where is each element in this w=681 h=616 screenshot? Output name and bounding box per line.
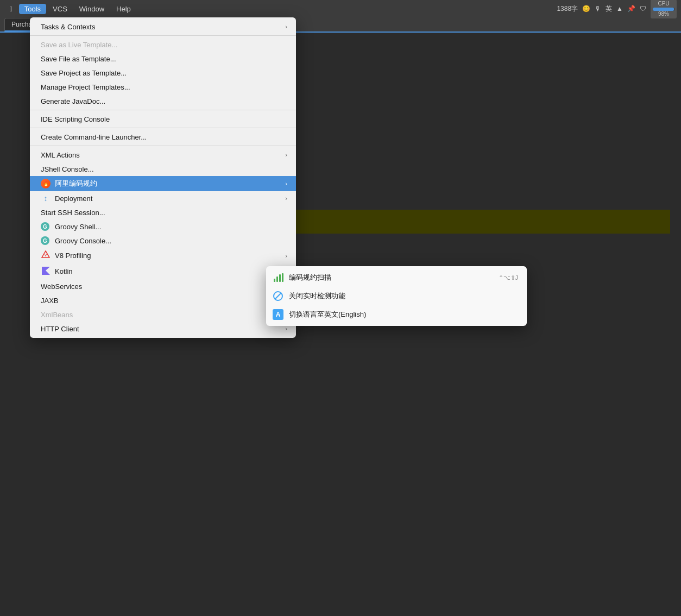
menu-item-groovy-shell[interactable]: G Groovy Shell... — [30, 219, 296, 234]
menu-item-kotlin-label: Kotlin — [55, 267, 285, 275]
menu-item-xml-actions-label: XML Actions — [41, 151, 285, 159]
pin-icon: 📌 — [627, 5, 635, 12]
menu-item-deployment-arrow: › — [285, 195, 287, 202]
svg-line-8 — [275, 293, 281, 299]
lang-icon: 英 — [606, 4, 612, 14]
menu-item-v8-arrow: › — [285, 253, 287, 259]
menu-separator-4 — [30, 146, 296, 146]
shield-icon: 🛡 — [640, 5, 646, 12]
menu-item-jshell[interactable]: JShell Console... — [30, 162, 296, 176]
submenu-code-scan-label: 编码规约扫描 — [289, 273, 488, 282]
menu-item-http-client[interactable]: HTTP Client › — [30, 322, 296, 336]
menu-item-deployment[interactable]: ↕ Deployment › — [30, 191, 296, 205]
menu-item-jshell-label: JShell Console... — [41, 165, 287, 173]
menu-item-jaxb[interactable]: JAXB › — [30, 293, 296, 307]
svg-rect-5 — [279, 274, 281, 282]
microphone-icon: 🎙 — [595, 5, 601, 12]
groovy-console-icon: G — [41, 236, 51, 245]
menu-item-create-cmdline-label: Create Command-line Launcher... — [41, 133, 287, 141]
menu-item-xmlbeans: XmlBeans › — [30, 307, 296, 322]
menu-item-ide-scripting-label: IDE Scripting Console — [41, 115, 287, 123]
svg-marker-2 — [42, 267, 50, 275]
menu-item-deployment-label: Deployment — [55, 194, 285, 203]
ali-coding-icon: 🔥 — [41, 179, 51, 188]
menu-item-save-file-template[interactable]: Save File as Template... — [30, 52, 296, 66]
menu-separator-2 — [30, 110, 296, 110]
menu-item-save-project-template[interactable]: Save Project as Template... — [30, 66, 296, 80]
svg-rect-4 — [276, 276, 278, 282]
menu-item-groovy-console[interactable]: G Groovy Console... — [30, 234, 296, 248]
menu-item-groovy-console-label: Groovy Console... — [55, 237, 287, 245]
close-realtime-icon — [273, 291, 283, 301]
menubar-window[interactable]: Window — [74, 4, 110, 14]
menu-item-tasks-contexts[interactable]: Tasks & Contexts › — [30, 20, 296, 34]
menu-separator-3 — [30, 128, 296, 128]
menu-item-save-live-template-label: Save as Live Template... — [41, 41, 287, 49]
menu-item-xmlbeans-label: XmlBeans — [41, 311, 285, 319]
menubar-right: 1388字 😊 🎙 英 ▲ 📌 🛡 CPU 98% — [557, 0, 677, 18]
code-scan-icon — [273, 272, 283, 283]
menu-item-start-ssh-label: Start SSH Session... — [41, 209, 287, 217]
char-count: 1388字 — [557, 4, 578, 14]
menu-item-jaxb-label: JAXB — [41, 297, 285, 305]
menubar:  Tools VCS Window Help 1388字 😊 🎙 英 ▲ 📌 … — [0, 0, 681, 17]
menubar-tools[interactable]: Tools — [19, 4, 46, 14]
v8-icon: V — [41, 250, 51, 261]
menu-separator-1 — [30, 35, 296, 36]
submenu-close-realtime-label: 关闭实时检测功能 — [289, 291, 518, 301]
menu-item-http-client-label: HTTP Client — [41, 325, 285, 333]
menu-item-v8-label: V8 Profiling — [55, 252, 285, 260]
menu-item-http-client-arrow: › — [285, 325, 287, 332]
menu-item-save-file-template-label: Save File as Template... — [41, 55, 287, 63]
menubar-apple[interactable]:  — [4, 4, 18, 14]
menubar-vcs[interactable]: VCS — [47, 4, 73, 14]
ali-coding-submenu: 编码规约扫描 ⌃⌥⇧J 关闭实时检测功能 A 切换语言至英文(English) — [266, 266, 527, 326]
menu-item-ali-coding[interactable]: 🔥 阿里编码规约 › — [30, 176, 296, 191]
menu-item-manage-project-templates-label: Manage Project Templates... — [41, 83, 287, 91]
menu-item-xml-actions-arrow: › — [285, 152, 287, 158]
menu-item-ali-coding-label: 阿里编码规约 — [55, 179, 285, 188]
menu-item-start-ssh[interactable]: Start SSH Session... — [30, 205, 296, 219]
menu-item-kotlin[interactable]: Kotlin › — [30, 263, 296, 279]
menu-item-generate-javadoc[interactable]: Generate JavaDoc... — [30, 94, 296, 108]
cpu-widget: CPU 98% — [651, 0, 677, 18]
deployment-icon: ↕ — [41, 194, 51, 203]
menu-item-ide-scripting[interactable]: IDE Scripting Console — [30, 112, 296, 126]
groovy-shell-icon: G — [41, 222, 51, 231]
cpu-percent: 98% — [658, 11, 669, 17]
notification-icon: ▲ — [616, 5, 623, 12]
svg-rect-3 — [274, 279, 275, 282]
menu-item-webservices[interactable]: WebServices › — [30, 279, 296, 293]
svg-rect-6 — [282, 273, 283, 282]
kotlin-icon — [41, 266, 51, 276]
menu-item-tasks-contexts-label: Tasks & Contexts — [41, 23, 285, 31]
menu-item-create-cmdline[interactable]: Create Command-line Launcher... — [30, 130, 296, 144]
menu-item-tasks-contexts-arrow: › — [285, 23, 287, 30]
submenu-item-close-realtime[interactable]: 关闭实时检测功能 — [266, 287, 527, 305]
menu-item-webservices-label: WebServices — [41, 282, 285, 291]
menu-item-v8-profiling[interactable]: V V8 Profiling › — [30, 248, 296, 263]
submenu-item-switch-language[interactable]: A 切换语言至英文(English) — [266, 305, 527, 324]
submenu-item-code-scan[interactable]: 编码规约扫描 ⌃⌥⇧J — [266, 268, 527, 287]
menu-item-save-live-template: Save as Live Template... — [30, 37, 296, 52]
menu-item-save-project-template-label: Save Project as Template... — [41, 69, 287, 77]
submenu-switch-language-label: 切换语言至英文(English) — [289, 310, 518, 319]
menu-item-groovy-shell-label: Groovy Shell... — [55, 223, 287, 231]
tools-dropdown-menu: Tasks & Contexts › Save as Live Template… — [30, 17, 296, 338]
emoji-face: 😊 — [582, 5, 590, 12]
menu-item-ali-coding-arrow: › — [285, 180, 287, 187]
menubar-left:  Tools VCS Window Help — [4, 4, 136, 14]
menu-item-generate-javadoc-label: Generate JavaDoc... — [41, 97, 287, 105]
menubar-help[interactable]: Help — [111, 4, 136, 14]
submenu-code-scan-shortcut: ⌃⌥⇧J — [499, 274, 519, 281]
svg-text:V: V — [45, 254, 47, 257]
menu-item-manage-project-templates[interactable]: Manage Project Templates... — [30, 80, 296, 94]
switch-language-icon: A — [273, 309, 283, 320]
menu-item-xml-actions[interactable]: XML Actions › — [30, 148, 296, 162]
cpu-label: CPU — [658, 1, 669, 7]
